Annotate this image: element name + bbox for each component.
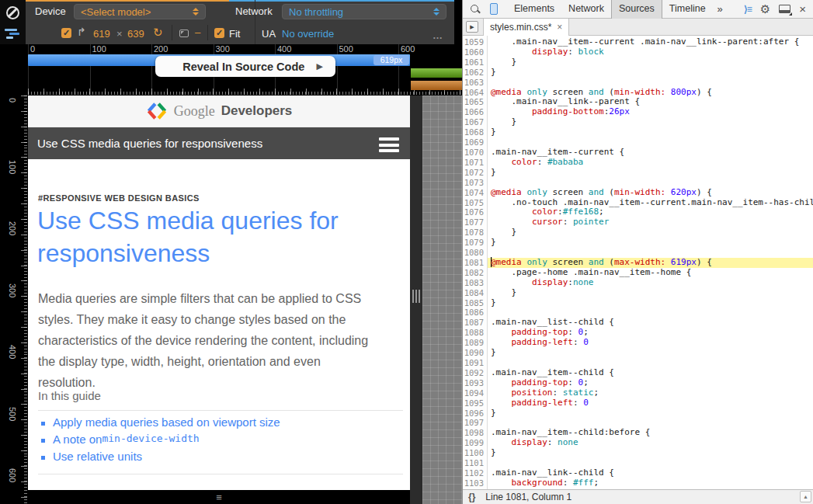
gear-icon[interactable]: ⚙: [760, 3, 770, 15]
block-overrides-icon[interactable]: [6, 6, 19, 19]
tab-elements[interactable]: Elements: [507, 0, 561, 19]
line-number[interactable]: 1070: [463, 148, 487, 158]
line-number[interactable]: 1078: [463, 228, 487, 238]
brand-developers[interactable]: Developers: [221, 103, 293, 119]
line-number[interactable]: 1077: [463, 217, 487, 228]
screen-size-icon[interactable]: [179, 30, 189, 37]
code-area[interactable]: .main-nav__item--current .main-nav__link…: [488, 36, 813, 489]
swap-dimensions-icon[interactable]: ↱: [77, 26, 86, 37]
line-number[interactable]: 1075: [463, 198, 487, 208]
right-resize-strip[interactable]: [410, 96, 422, 504]
tab-sources[interactable]: Sources: [611, 0, 662, 19]
code-line[interactable]: }: [488, 117, 813, 127]
code-line[interactable]: display:none: [488, 278, 813, 288]
media-query-bar-min-620[interactable]: [411, 68, 462, 78]
network-waterfall-icon[interactable]: [5, 29, 22, 40]
code-line[interactable]: padding-left: 0: [488, 338, 813, 348]
line-number[interactable]: 1086: [463, 308, 487, 318]
code-line[interactable]: }: [488, 57, 813, 68]
line-number[interactable]: 1068: [463, 127, 487, 137]
line-number[interactable]: 1069: [463, 137, 487, 148]
line-number[interactable]: 1103: [463, 478, 487, 488]
line-number[interactable]: 1084: [463, 288, 487, 298]
tab-network[interactable]: Network: [561, 0, 611, 19]
guide-link[interactable]: Apply media queries based on viewport si…: [40, 415, 397, 433]
guide-link[interactable]: Use relative units: [40, 450, 397, 467]
line-number[interactable]: 1096: [463, 408, 487, 419]
line-number[interactable]: 1095: [463, 398, 487, 408]
line-number[interactable]: 1081: [463, 258, 487, 268]
line-number[interactable]: 1059: [463, 37, 487, 47]
code-line[interactable]: display: block: [488, 47, 813, 57]
code-line[interactable]: }: [488, 68, 813, 78]
line-number[interactable]: 1079: [463, 238, 487, 248]
dimensions-checkbox[interactable]: ✓: [61, 28, 71, 38]
line-number[interactable]: 1098: [463, 428, 487, 438]
guide-link[interactable]: A note on min-device-width: [40, 433, 397, 450]
bottom-resize-grip[interactable]: ≡: [28, 492, 410, 504]
line-number[interactable]: 1063: [463, 78, 487, 88]
line-number[interactable]: 1060: [463, 47, 487, 57]
code-line[interactable]: padding-bottom:26px: [488, 107, 813, 117]
line-number[interactable]: 1089: [463, 338, 487, 348]
line-number[interactable]: 1064: [463, 88, 487, 98]
line-number[interactable]: 1093: [463, 378, 487, 388]
line-number[interactable]: 1066: [463, 107, 487, 117]
device-model-select[interactable]: <Select model>: [74, 4, 206, 19]
code-line[interactable]: }: [488, 127, 813, 137]
brand-google[interactable]: Google: [174, 103, 215, 120]
network-throttling-select[interactable]: No throttling: [282, 4, 446, 19]
line-number[interactable]: 1091: [463, 358, 487, 368]
code-line[interactable]: display: none: [488, 438, 813, 448]
line-number[interactable]: 1094: [463, 388, 487, 398]
line-number[interactable]: 1099: [463, 438, 487, 448]
more-options[interactable]: …: [433, 30, 443, 41]
line-number[interactable]: 1087: [463, 318, 487, 328]
line-number[interactable]: 1092: [463, 368, 487, 378]
code-line[interactable]: background: #fff;: [488, 478, 813, 488]
code-line[interactable]: }: [488, 288, 813, 298]
line-number[interactable]: 1073: [463, 178, 487, 188]
more-tabs-chevron[interactable]: »: [713, 0, 728, 18]
pretty-print-icon[interactable]: {}: [468, 492, 475, 502]
ua-override-value[interactable]: No override: [282, 28, 334, 40]
media-query-bar-min-800[interactable]: [411, 81, 462, 90]
refresh-icon[interactable]: ↻: [153, 26, 163, 38]
show-navigator-button[interactable]: ▶: [466, 21, 478, 33]
line-number[interactable]: 1082: [463, 268, 487, 278]
line-number[interactable]: 1100: [463, 448, 487, 458]
line-number[interactable]: 1090: [463, 348, 487, 358]
line-number[interactable]: 1080: [463, 248, 487, 258]
scrollbar-up-arrow[interactable]: ▲: [800, 491, 811, 502]
viewport-width-value[interactable]: 619: [93, 28, 110, 40]
code-line[interactable]: cursor: pointer: [488, 217, 813, 228]
line-number[interactable]: 1065: [463, 97, 487, 107]
line-number[interactable]: 1083: [463, 278, 487, 288]
line-number[interactable]: 1088: [463, 328, 487, 338]
line-number[interactable]: 1102: [463, 468, 487, 478]
dock-side-icon[interactable]: [779, 5, 790, 13]
code-line[interactable]: }: [488, 448, 813, 458]
reveal-in-source-button[interactable]: Reveal In Source Code ▶: [155, 56, 335, 77]
code-line[interactable]: }: [488, 348, 813, 358]
hamburger-menu-icon[interactable]: [379, 137, 399, 155]
line-number[interactable]: 1071: [463, 158, 487, 168]
line-number[interactable]: 1101: [463, 458, 487, 468]
line-number[interactable]: 1097: [463, 418, 487, 428]
scale-dash[interactable]: –: [195, 26, 200, 38]
line-number[interactable]: 1072: [463, 168, 487, 178]
code-line[interactable]: }: [488, 228, 813, 238]
code-line[interactable]: }: [488, 408, 813, 419]
code-line[interactable]: padding-left: 0: [488, 398, 813, 408]
line-number[interactable]: 1062: [463, 68, 487, 78]
code-line[interactable]: color: #bababa: [488, 158, 813, 168]
file-tab-styles-min-css[interactable]: styles.min.css* ×: [483, 19, 569, 36]
tab-close-icon[interactable]: ×: [557, 22, 562, 33]
code-line[interactable]: }: [488, 238, 813, 248]
line-number[interactable]: 1061: [463, 57, 487, 68]
fit-checkbox[interactable]: ✓: [214, 28, 224, 38]
device-mode-toggle-icon[interactable]: [490, 3, 498, 15]
code-line[interactable]: }: [488, 168, 813, 178]
line-number[interactable]: 1076: [463, 207, 487, 217]
console-drawer-icon[interactable]: ⟩≡: [744, 4, 752, 15]
